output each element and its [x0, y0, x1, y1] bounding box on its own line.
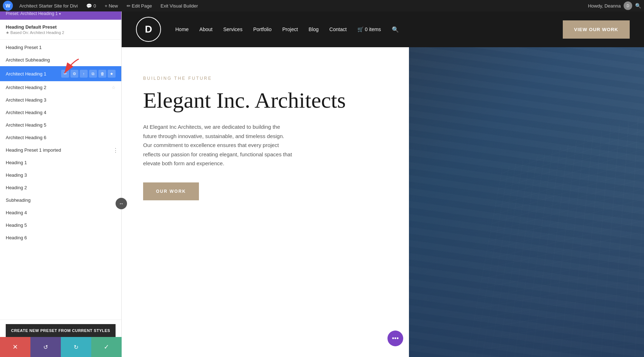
wp-logo-icon[interactable]: W [3, 1, 13, 11]
save-button[interactable]: ✓ [91, 337, 122, 357]
settings-preset-button[interactable]: ⚙ [70, 70, 78, 78]
delete-preset-button[interactable]: 🗑 [98, 70, 106, 78]
site-header: D Home About Services Portfolio Project … [122, 11, 644, 47]
save-icon: ✓ [104, 343, 109, 351]
star-preset-button[interactable]: ★ [108, 70, 116, 78]
hero-image [409, 47, 644, 357]
avatar: D [624, 1, 632, 10]
close-button[interactable]: ✕ [0, 337, 30, 357]
nav-home[interactable]: Home [175, 26, 189, 32]
list-item[interactable]: Architect Heading 2 ☆ [0, 81, 121, 94]
list-item[interactable]: Heading Preset 1 imported ⋮ [0, 144, 121, 156]
comment-icon: 💬 [86, 3, 92, 9]
floating-dots-button[interactable]: ••• [387, 331, 403, 346]
nav-services[interactable]: Services [223, 26, 243, 32]
hero-section: BUILDING THE FUTURE Elegant Inc. Archite… [122, 47, 644, 357]
drag-arrow-icon: ↔ [119, 201, 124, 206]
undo-icon: ↺ [43, 344, 48, 351]
based-on-label: ★ Based On: Architect Heading 2 [6, 30, 116, 35]
howdy-label: Howdy, Deanna D 🔍 [588, 1, 641, 10]
edit-preset-button[interactable]: ✏ [61, 70, 69, 78]
site-name[interactable]: Architect Starter Site for Divi [17, 2, 80, 10]
preset-label[interactable]: Preset: Architect Heading 1 ▾ [6, 11, 116, 16]
nav-portfolio[interactable]: Portfolio [253, 26, 272, 32]
site-logo[interactable]: D [136, 17, 161, 42]
hero-eyebrow: BUILDING THE FUTURE [143, 76, 387, 81]
nav-blog[interactable]: Blog [309, 26, 319, 32]
new-button[interactable]: + New [103, 2, 120, 10]
nav-project[interactable]: Project [282, 26, 298, 32]
hero-description: At Elegant Inc Architects, we are dedica… [143, 122, 293, 168]
list-item[interactable]: Heading 4 [0, 206, 121, 219]
list-item[interactable]: Architect Heading 3 [0, 94, 121, 106]
drag-handle[interactable]: ↔ [116, 198, 127, 209]
preset-caret-icon: ▾ [59, 12, 61, 16]
edit-page-button[interactable]: ✏ Edit Page [125, 2, 154, 10]
list-item[interactable]: Architect Heading 4 [0, 106, 121, 119]
default-preset-header: Heading Default Preset ★ Based On: Archi… [0, 20, 121, 38]
list-item-active[interactable]: Architect Heading 1 ✏ ⚙ ↑ ⧉ 🗑 ★ [0, 66, 121, 81]
star-icon: ☆ [112, 85, 116, 90]
export-preset-button[interactable]: ↑ [80, 70, 88, 78]
wp-admin-bar: W Architect Starter Site for Divi 💬 0 + … [0, 0, 644, 11]
hero-title: Elegant Inc. Architects [143, 88, 387, 112]
heading-settings-panel: Heading Settings ⊕ ⊞ ⋮ Preset: Architect… [0, 0, 122, 357]
list-item[interactable]: Subheading [0, 194, 121, 206]
cart-button[interactable]: 🛒 0 items [357, 26, 381, 32]
list-item[interactable]: Heading 2 [0, 181, 121, 194]
page-content: BUILDING THE FUTURE Elegant Inc. Archite… [122, 47, 644, 357]
list-item[interactable]: Heading 6 [0, 231, 121, 244]
comments-button[interactable]: 💬 0 [84, 2, 98, 10]
view-our-work-button[interactable]: VIEW OUR WORK [563, 20, 630, 39]
duplicate-preset-button[interactable]: ⧉ [89, 70, 97, 78]
list-item[interactable]: Architect Subheading [0, 54, 121, 66]
divider [0, 39, 121, 40]
three-dot-icon[interactable]: ⋮ [113, 147, 118, 153]
hero-image-inner [409, 47, 644, 357]
nav-contact[interactable]: Contact [330, 26, 347, 32]
list-item[interactable]: Heading 3 [0, 169, 121, 181]
list-item[interactable]: Heading 5 [0, 219, 121, 231]
preset-list: Heading Default Preset ★ Based On: Archi… [0, 20, 121, 319]
nav-about[interactable]: About [199, 26, 213, 32]
bottom-action-bar: ✕ ↺ ↻ ✓ [0, 337, 122, 357]
hero-text: BUILDING THE FUTURE Elegant Inc. Archite… [122, 47, 409, 357]
search-icon[interactable]: 🔍 [635, 3, 641, 9]
list-item[interactable]: Heading Preset 1 [0, 41, 121, 54]
active-item-toolbar: ✏ ⚙ ↑ ⧉ 🗑 ★ [61, 70, 116, 78]
list-item[interactable]: Architect Heading 6 [0, 131, 121, 144]
dots-icon: ••• [392, 335, 399, 342]
close-icon: ✕ [13, 343, 18, 351]
create-preset-button[interactable]: CREATE NEW PRESET FROM CURRENT STYLES [6, 324, 116, 337]
site-nav: Home About Services Portfolio Project Bl… [175, 26, 563, 33]
redo-icon: ↻ [74, 344, 78, 351]
exit-builder-button[interactable]: Exit Visual Builder [158, 2, 200, 10]
redo-button[interactable]: ↻ [61, 337, 91, 357]
list-item[interactable]: Heading 1 [0, 156, 121, 169]
hero-cta-button[interactable]: OUR WORK [143, 182, 199, 200]
nav-search-icon[interactable]: 🔍 [392, 26, 399, 33]
list-item[interactable]: Architect Heading 5 [0, 119, 121, 131]
undo-button[interactable]: ↺ [30, 337, 61, 357]
